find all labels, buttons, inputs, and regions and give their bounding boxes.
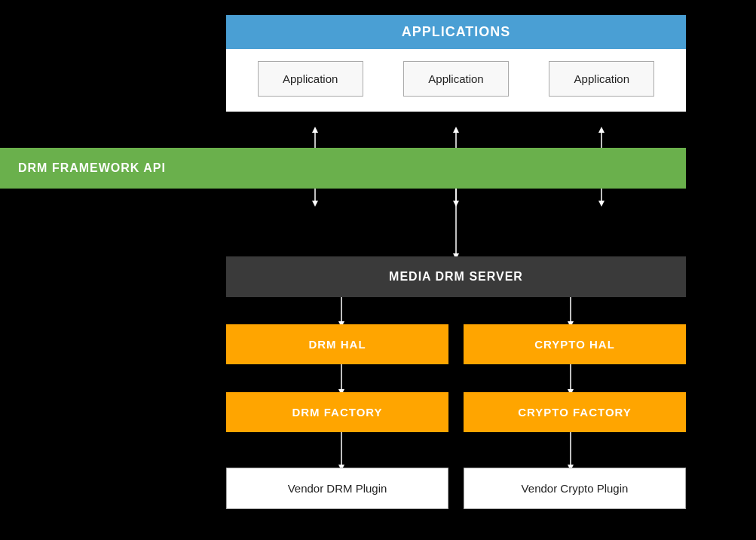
app-box-2: Application: [403, 61, 509, 97]
svg-marker-13: [598, 201, 604, 207]
svg-marker-11: [453, 201, 459, 207]
drm-framework-bar: DRM FRAMEWORK API: [0, 148, 686, 189]
applications-block: APPLICATIONS Application Application App…: [226, 15, 686, 112]
crypto-factory-box: CRYPTO FACTORY: [464, 392, 686, 432]
drm-hal-box: DRM HAL: [226, 324, 448, 364]
app-box-3: Application: [549, 61, 654, 97]
drm-factory-box: DRM FACTORY: [226, 392, 448, 432]
factory-row: DRM FACTORY CRYPTO FACTORY: [226, 392, 686, 432]
svg-marker-5: [453, 127, 459, 133]
vendor-crypto-plugin-box: Vendor Crypto Plugin: [464, 468, 686, 509]
applications-body: Application Application Application: [226, 49, 686, 112]
svg-marker-9: [312, 201, 318, 207]
media-drm-server: MEDIA DRM SERVER: [226, 256, 686, 297]
applications-header: APPLICATIONS: [226, 15, 686, 49]
drm-framework-label: DRM FRAMEWORK API: [0, 148, 686, 189]
vendor-row: Vendor DRM Plugin Vendor Crypto Plugin: [226, 468, 686, 509]
vendor-drm-plugin-box: Vendor DRM Plugin: [226, 468, 448, 509]
hal-row: DRM HAL CRYPTO HAL: [226, 324, 686, 364]
app-box-1: Application: [258, 61, 363, 97]
svg-marker-7: [598, 127, 604, 133]
svg-marker-1: [312, 127, 318, 133]
crypto-hal-box: CRYPTO HAL: [464, 324, 686, 364]
